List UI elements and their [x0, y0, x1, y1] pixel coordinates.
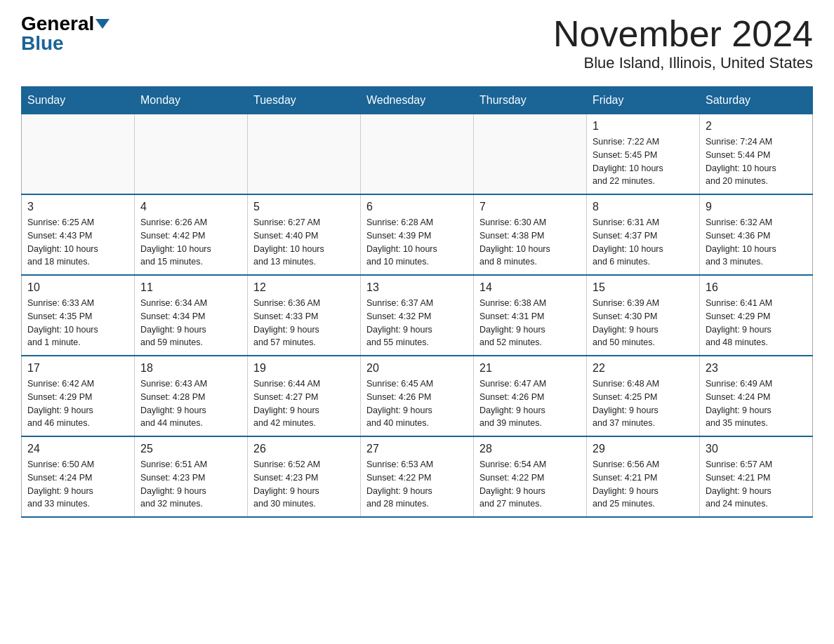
calendar-cell: 2Sunrise: 7:24 AMSunset: 5:44 PMDaylight… [700, 114, 813, 195]
day-info: Sunrise: 6:31 AMSunset: 4:37 PMDaylight:… [593, 216, 694, 269]
calendar-cell: 17Sunrise: 6:42 AMSunset: 4:29 PMDayligh… [22, 356, 135, 436]
day-number: 19 [253, 362, 355, 375]
day-number: 20 [366, 362, 468, 375]
header-monday: Monday [135, 87, 248, 114]
day-number: 25 [140, 443, 241, 455]
calendar-cell: 22Sunrise: 6:48 AMSunset: 4:25 PMDayligh… [587, 356, 700, 436]
day-info: Sunrise: 7:24 AMSunset: 5:44 PMDaylight:… [706, 135, 807, 188]
calendar-cell: 29Sunrise: 6:56 AMSunset: 4:21 PMDayligh… [587, 436, 700, 517]
header-thursday: Thursday [474, 87, 587, 114]
header-wednesday: Wednesday [361, 87, 474, 114]
day-number: 23 [706, 362, 807, 375]
day-number: 8 [593, 201, 694, 213]
day-number: 21 [479, 362, 581, 375]
header-tuesday: Tuesday [248, 87, 361, 114]
day-number: 26 [253, 443, 355, 455]
day-info: Sunrise: 6:51 AMSunset: 4:23 PMDaylight:… [140, 458, 241, 511]
calendar-cell [248, 114, 361, 195]
day-info: Sunrise: 6:56 AMSunset: 4:21 PMDaylight:… [593, 458, 694, 511]
calendar-cell: 27Sunrise: 6:53 AMSunset: 4:22 PMDayligh… [361, 436, 474, 517]
day-number: 17 [27, 362, 128, 375]
day-number: 1 [593, 120, 694, 133]
day-number: 18 [140, 362, 241, 375]
day-info: Sunrise: 6:34 AMSunset: 4:34 PMDaylight:… [140, 297, 241, 349]
calendar-cell: 21Sunrise: 6:47 AMSunset: 4:26 PMDayligh… [474, 356, 587, 436]
day-number: 10 [27, 281, 128, 294]
month-title: November 2024 [553, 14, 813, 54]
calendar-cell: 3Sunrise: 6:25 AMSunset: 4:43 PMDaylight… [22, 194, 135, 275]
day-info: Sunrise: 6:32 AMSunset: 4:36 PMDaylight:… [706, 216, 807, 269]
day-info: Sunrise: 6:45 AMSunset: 4:26 PMDaylight:… [366, 377, 468, 430]
calendar-cell [474, 114, 587, 195]
calendar-cell: 12Sunrise: 6:36 AMSunset: 4:33 PMDayligh… [248, 275, 361, 356]
day-info: Sunrise: 6:36 AMSunset: 4:33 PMDaylight:… [253, 297, 355, 349]
day-number: 24 [27, 443, 128, 455]
calendar-cell: 25Sunrise: 6:51 AMSunset: 4:23 PMDayligh… [135, 436, 248, 517]
day-number: 28 [479, 443, 581, 455]
calendar-cell: 20Sunrise: 6:45 AMSunset: 4:26 PMDayligh… [361, 356, 474, 436]
header-sunday: Sunday [22, 87, 135, 114]
calendar-cell [361, 114, 474, 195]
day-number: 30 [706, 443, 807, 455]
day-info: Sunrise: 6:33 AMSunset: 4:35 PMDaylight:… [27, 297, 128, 349]
week-row-3: 17Sunrise: 6:42 AMSunset: 4:29 PMDayligh… [22, 356, 813, 436]
day-info: Sunrise: 6:49 AMSunset: 4:24 PMDaylight:… [706, 377, 807, 430]
title-section: November 2024 Blue Island, Illinois, Uni… [553, 14, 813, 72]
day-number: 2 [706, 120, 807, 133]
day-info: Sunrise: 6:44 AMSunset: 4:27 PMDaylight:… [253, 377, 355, 430]
day-number: 13 [366, 281, 468, 294]
day-info: Sunrise: 6:37 AMSunset: 4:32 PMDaylight:… [366, 297, 468, 349]
day-number: 12 [253, 281, 355, 294]
day-number: 29 [593, 443, 694, 455]
day-info: Sunrise: 6:28 AMSunset: 4:39 PMDaylight:… [366, 216, 468, 269]
page-header: General Blue November 2024 Blue Island, … [21, 14, 813, 72]
day-info: Sunrise: 6:26 AMSunset: 4:42 PMDaylight:… [140, 216, 241, 269]
day-number: 4 [140, 201, 241, 213]
calendar-cell: 8Sunrise: 6:31 AMSunset: 4:37 PMDaylight… [587, 194, 700, 275]
calendar-cell [22, 114, 135, 195]
logo-triangle-icon [95, 19, 110, 29]
day-info: Sunrise: 6:39 AMSunset: 4:30 PMDaylight:… [593, 297, 694, 349]
calendar-cell: 14Sunrise: 6:38 AMSunset: 4:31 PMDayligh… [474, 275, 587, 356]
day-info: Sunrise: 6:48 AMSunset: 4:25 PMDaylight:… [593, 377, 694, 430]
week-row-4: 24Sunrise: 6:50 AMSunset: 4:24 PMDayligh… [22, 436, 813, 517]
day-info: Sunrise: 6:53 AMSunset: 4:22 PMDaylight:… [366, 458, 468, 511]
day-info: Sunrise: 6:42 AMSunset: 4:29 PMDaylight:… [27, 377, 128, 430]
calendar-cell: 7Sunrise: 6:30 AMSunset: 4:38 PMDaylight… [474, 194, 587, 275]
day-number: 22 [593, 362, 694, 375]
week-row-1: 3Sunrise: 6:25 AMSunset: 4:43 PMDaylight… [22, 194, 813, 275]
calendar-cell: 13Sunrise: 6:37 AMSunset: 4:32 PMDayligh… [361, 275, 474, 356]
week-row-0: 1Sunrise: 7:22 AMSunset: 5:45 PMDaylight… [22, 114, 813, 195]
day-number: 3 [27, 201, 128, 213]
calendar-cell: 15Sunrise: 6:39 AMSunset: 4:30 PMDayligh… [587, 275, 700, 356]
calendar-cell: 24Sunrise: 6:50 AMSunset: 4:24 PMDayligh… [22, 436, 135, 517]
day-info: Sunrise: 6:41 AMSunset: 4:29 PMDaylight:… [706, 297, 807, 349]
day-info: Sunrise: 6:47 AMSunset: 4:26 PMDaylight:… [479, 377, 581, 430]
header-saturday: Saturday [700, 87, 813, 114]
location-title: Blue Island, Illinois, United States [553, 54, 813, 72]
calendar-cell: 30Sunrise: 6:57 AMSunset: 4:21 PMDayligh… [700, 436, 813, 517]
calendar-cell [135, 114, 248, 195]
calendar-table: SundayMondayTuesdayWednesdayThursdayFrid… [21, 86, 813, 518]
calendar-cell: 28Sunrise: 6:54 AMSunset: 4:22 PMDayligh… [474, 436, 587, 517]
calendar-cell: 4Sunrise: 6:26 AMSunset: 4:42 PMDaylight… [135, 194, 248, 275]
day-number: 15 [593, 281, 694, 294]
day-number: 9 [706, 201, 807, 213]
day-number: 27 [366, 443, 468, 455]
calendar-cell: 11Sunrise: 6:34 AMSunset: 4:34 PMDayligh… [135, 275, 248, 356]
calendar-cell: 18Sunrise: 6:43 AMSunset: 4:28 PMDayligh… [135, 356, 248, 436]
day-info: Sunrise: 7:22 AMSunset: 5:45 PMDaylight:… [593, 135, 694, 188]
day-number: 5 [253, 201, 355, 213]
day-info: Sunrise: 6:38 AMSunset: 4:31 PMDaylight:… [479, 297, 581, 349]
calendar-cell: 19Sunrise: 6:44 AMSunset: 4:27 PMDayligh… [248, 356, 361, 436]
calendar-cell: 9Sunrise: 6:32 AMSunset: 4:36 PMDaylight… [700, 194, 813, 275]
calendar-cell: 10Sunrise: 6:33 AMSunset: 4:35 PMDayligh… [22, 275, 135, 356]
day-info: Sunrise: 6:54 AMSunset: 4:22 PMDaylight:… [479, 458, 581, 511]
day-number: 14 [479, 281, 581, 294]
logo-blue-text: Blue [21, 34, 64, 53]
calendar-cell: 26Sunrise: 6:52 AMSunset: 4:23 PMDayligh… [248, 436, 361, 517]
calendar-cell: 1Sunrise: 7:22 AMSunset: 5:45 PMDaylight… [587, 114, 700, 195]
day-info: Sunrise: 6:50 AMSunset: 4:24 PMDaylight:… [27, 458, 128, 511]
day-info: Sunrise: 6:52 AMSunset: 4:23 PMDaylight:… [253, 458, 355, 511]
header-friday: Friday [587, 87, 700, 114]
